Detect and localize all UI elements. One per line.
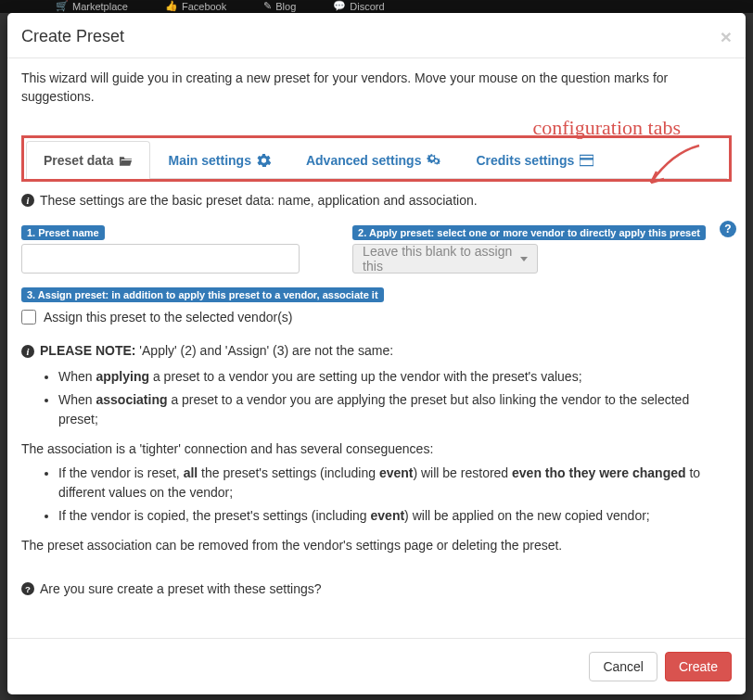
section-description-text: These settings are the basic preset data…: [40, 193, 478, 208]
tab-label: Credits settings: [476, 153, 574, 168]
assign-preset-checkbox[interactable]: [21, 310, 36, 325]
folder-open-icon: [119, 154, 133, 167]
please-note-heading: PLEASE NOTE:: [40, 343, 135, 358]
svg-text:i: i: [27, 347, 30, 357]
note-item: If the vendor is reset, all the preset's…: [58, 464, 732, 503]
note-item: When applying a preset to a vendor you a…: [58, 367, 732, 388]
assign-preset-checkbox-label: Assign this preset to the selected vendo…: [44, 310, 292, 325]
credit-card-icon: [580, 154, 593, 167]
nav-discord[interactable]: 💬 Discord: [333, 0, 384, 12]
svg-rect-1: [580, 158, 593, 159]
modal-header: Create Preset ×: [7, 13, 746, 58]
tab-main-settings[interactable]: Main settings: [150, 141, 287, 179]
preset-name-field: 1. Preset name: [21, 224, 325, 274]
svg-rect-0: [580, 156, 593, 166]
tab-credits-settings[interactable]: Credits settings: [458, 141, 611, 179]
wizard-intro: This wizard will guide you in creating a…: [21, 70, 732, 106]
assign-preset-label: 3. Assign preset: in addition to apply t…: [21, 287, 384, 302]
gears-icon: [427, 154, 440, 167]
note-item: If the vendor is copied, the preset's se…: [58, 506, 732, 527]
create-preset-modal: Create Preset × This wizard will guide y…: [7, 13, 746, 694]
tab-label: Preset data: [44, 153, 113, 168]
tab-label: Main settings: [168, 153, 250, 168]
create-button[interactable]: Create: [665, 652, 732, 681]
preset-name-input[interactable]: [21, 244, 300, 274]
nav-marketplace[interactable]: 🛒 Marketplace: [56, 0, 128, 12]
nav-blog[interactable]: ✎ Blog: [263, 0, 296, 12]
tabs-highlight-box: Preset data Main settings Advanced setti…: [21, 135, 732, 182]
note-paragraph: The association is a 'tighter' connectio…: [21, 439, 732, 460]
please-note-block: i PLEASE NOTE: 'Apply' (2) and 'Assign' …: [21, 341, 732, 555]
modal-body: This wizard will guide you in creating a…: [7, 58, 746, 638]
note-item: When associating a preset to a vendor yo…: [58, 390, 732, 430]
top-nav-fragment: 🛒 Marketplace 👍 Facebook ✎ Blog 💬 Discor…: [0, 0, 753, 13]
apply-preset-select[interactable]: Leave this blank to assign this: [352, 244, 538, 274]
preset-name-label: 1. Preset name: [21, 225, 105, 240]
gear-icon: [257, 154, 271, 167]
tab-label: Advanced settings: [306, 153, 421, 168]
apply-preset-placeholder: Leave this blank to assign this: [363, 244, 520, 274]
svg-text:i: i: [27, 196, 30, 206]
apply-preset-label: 2. Apply preset: select one or more vend…: [352, 225, 706, 240]
tab-preset-data[interactable]: Preset data: [26, 141, 150, 179]
info-icon: i: [21, 345, 34, 358]
chevron-down-icon: [520, 257, 528, 261]
apply-preset-field: 2. Apply preset: select one or more vend…: [352, 224, 732, 274]
nav-facebook[interactable]: 👍 Facebook: [165, 0, 226, 12]
note-paragraph: The preset association can be removed fr…: [21, 536, 732, 556]
tab-advanced-settings[interactable]: Advanced settings: [288, 141, 458, 179]
close-icon[interactable]: ×: [721, 27, 732, 46]
confirm-text: Are you sure create a preset with these …: [40, 581, 322, 596]
cancel-button[interactable]: Cancel: [589, 652, 657, 681]
svg-text:?: ?: [25, 584, 31, 594]
annotation-label: configuration tabs: [533, 116, 681, 140]
question-icon: ?: [21, 582, 34, 595]
modal-title: Create Preset: [21, 27, 124, 46]
annotation-arrow-icon: [644, 144, 708, 190]
confirm-prompt: ? Are you sure create a preset with thes…: [21, 581, 732, 596]
config-tabs: Preset data Main settings Advanced setti…: [26, 141, 727, 179]
help-icon[interactable]: ?: [720, 221, 736, 237]
modal-footer: Cancel Create: [7, 638, 746, 694]
section-description: i These settings are the basic preset da…: [21, 193, 732, 208]
info-icon: i: [21, 194, 34, 207]
